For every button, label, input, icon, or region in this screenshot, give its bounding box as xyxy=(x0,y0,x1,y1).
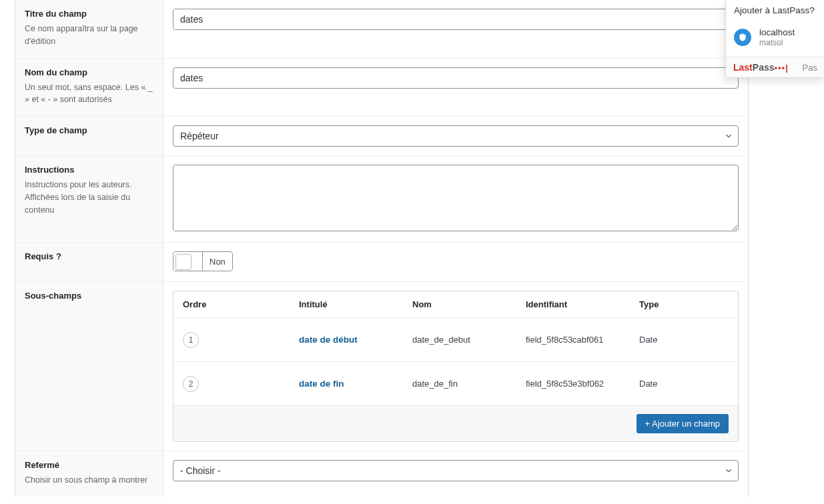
lastpass-site-icon xyxy=(734,29,751,46)
select-type[interactable]: Répéteur xyxy=(173,125,739,147)
label-titre: Titre du champ xyxy=(25,9,153,19)
toggle-requis[interactable]: Non xyxy=(173,251,233,271)
label-requis: Requis ? xyxy=(25,251,153,261)
header-type: Type xyxy=(633,294,738,315)
row-referme: Refermé Choisir un sous champ à montrer … xyxy=(15,451,748,497)
lastpass-skip[interactable]: Pas xyxy=(803,63,817,73)
header-intitule: Intitulé xyxy=(292,294,406,315)
row-nom-du-champ: Nom du champ Un seul mot, sans espace. L… xyxy=(15,59,748,117)
label-nom: Nom du champ xyxy=(25,67,153,77)
subfields-table: Ordre Intitulé Nom Identifiant Type 1 da… xyxy=(173,291,739,442)
row-titre-du-champ: Titre du champ Ce nom apparaîtra sur la … xyxy=(15,0,748,59)
select-referme[interactable]: - Choisir - xyxy=(173,460,739,481)
desc-nom: Un seul mot, sans espace. Les « _ » et «… xyxy=(25,81,153,107)
row-sous-champs: Sous-champs Ordre Intitulé Nom Identifia… xyxy=(15,282,748,451)
row-requis: Requis ? Non xyxy=(15,243,748,282)
input-titre[interactable] xyxy=(173,9,739,30)
subfield-type: Date xyxy=(633,329,738,350)
subfield-type: Date xyxy=(633,373,738,394)
subfield-link[interactable]: date de fin xyxy=(299,379,344,389)
lastpass-entry[interactable]: localhost matsol xyxy=(726,22,824,57)
desc-titre: Ce nom apparaîtra sur la page d'édition xyxy=(25,23,153,48)
table-row[interactable]: 1 date de début date_de_debut field_5f8c… xyxy=(173,318,738,362)
lastpass-logo: LastPass•••| xyxy=(733,62,789,73)
desc-referme: Choisir un sous champ à montrer xyxy=(25,474,153,487)
toggle-text: Non xyxy=(203,257,232,267)
header-nom: Nom xyxy=(406,294,519,315)
lastpass-footer: LastPass•••| Pas xyxy=(726,57,824,77)
subfield-ident: field_5f8c53e3bf062 xyxy=(519,373,633,394)
label-referme: Refermé xyxy=(25,460,153,470)
input-nom[interactable] xyxy=(173,67,739,89)
subfield-link[interactable]: date de début xyxy=(299,335,358,345)
lastpass-host: localhost xyxy=(759,27,795,37)
add-field-button[interactable]: + Ajouter un champ xyxy=(637,414,729,433)
textarea-instructions[interactable] xyxy=(173,165,739,231)
subfield-nom: date_de_fin xyxy=(406,373,519,394)
subfield-nom: date_de_debut xyxy=(406,329,519,350)
subfields-footer: + Ajouter un champ xyxy=(173,406,738,441)
lastpass-popup: Ajouter à LastPass? localhost matsol Las… xyxy=(725,0,824,78)
row-instructions: Instructions Instructions pour les auteu… xyxy=(15,156,748,243)
order-badge[interactable]: 1 xyxy=(183,332,199,348)
toggle-switch-icon xyxy=(173,252,203,271)
header-ordre: Ordre xyxy=(173,294,292,315)
subfield-ident: field_5f8c53cabf061 xyxy=(519,329,633,350)
desc-instructions: Instructions pour les auteurs. Affichées… xyxy=(25,179,153,216)
label-sous-champs: Sous-champs xyxy=(25,291,153,301)
table-row[interactable]: 2 date de fin date_de_fin field_5f8c53e3… xyxy=(173,362,738,406)
header-identifiant: Identifiant xyxy=(519,294,633,315)
lastpass-user: matsol xyxy=(759,38,795,47)
label-instructions: Instructions xyxy=(25,165,153,175)
lastpass-title: Ajouter à LastPass? xyxy=(726,0,824,22)
row-type-de-champ: Type de champ Répéteur xyxy=(15,117,748,156)
order-badge[interactable]: 2 xyxy=(183,376,199,392)
subfields-header-row: Ordre Intitulé Nom Identifiant Type xyxy=(173,291,738,318)
label-type: Type de champ xyxy=(25,125,153,135)
